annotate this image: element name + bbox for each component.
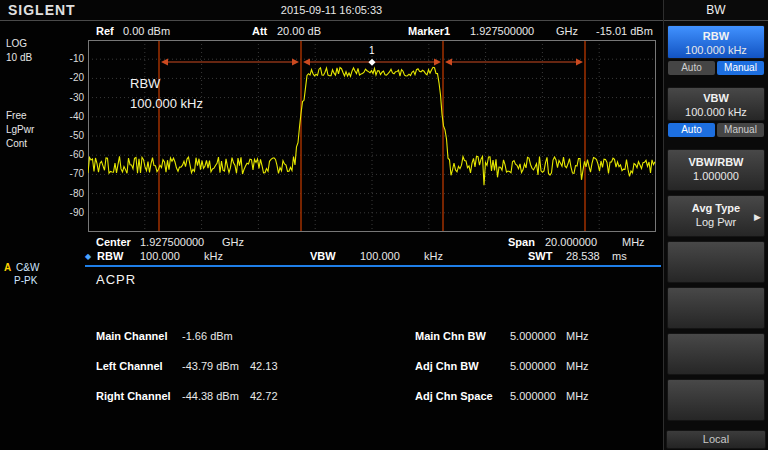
span-label: Span [508,236,535,248]
top-bar: SIGLENT 2015-09-11 16:05:33 [0,0,768,21]
trace-a-indicator: A [4,262,11,273]
softkey-label: RBW [668,26,764,42]
softkey-rbw[interactable]: RBW 100.000 kHz [667,25,765,59]
vbw-label: VBW [310,250,336,262]
marker-level: -15.01 dBm [596,25,653,37]
acpr-channel-label: Right Channel [96,390,171,402]
span-value: 20.000000 [545,236,597,248]
vbw-manual-option[interactable]: Manual [717,123,764,137]
vbw-auto-option[interactable]: Auto [668,123,715,137]
acpr-channel-ratio: 42.13 [250,360,278,372]
marker-frequency: 1.927500000 [470,25,534,37]
att-label: Att [252,25,267,37]
acpr-bw-value: 5.000000 [510,360,556,372]
svg-text:1: 1 [369,45,375,56]
acpr-bw-unit: MHz [566,390,589,402]
y-tick: -20 [56,72,84,83]
rbw-manual-option[interactable]: Manual [717,61,764,75]
softkey-blank-1[interactable] [667,241,765,283]
y-tick: -70 [56,168,84,179]
acpr-row-left: Left Channel -43.79 dBm 42.13 Adj Chn BW… [0,360,663,374]
rbw-label: RBW [97,250,123,262]
vbw-unit: kHz [424,250,443,262]
acpr-bw-value: 5.000000 [510,390,556,402]
acpr-channel-value: -44.38 dBm [182,390,239,402]
softkey-blank-3[interactable] [667,333,765,375]
marker-frequency-unit: GHz [556,25,578,37]
softkey-value: Log Pwr [668,214,764,228]
y-tick: -80 [56,188,84,199]
rbw-overlay-value: 100.000 kHz [130,96,203,111]
acpr-channel-ratio: 42.72 [250,390,278,402]
softkey-value: 1.000000 [668,168,764,182]
center-frequency-label: Center [96,236,131,248]
acpr-bw-unit: MHz [566,360,589,372]
softkey-label: VBW/RBW [668,150,764,168]
acpr-bw-unit: MHz [566,330,589,342]
local-button[interactable]: Local [666,430,766,449]
softkey-vbw-rbw-ratio[interactable]: VBW/RBW 1.000000 [667,149,765,191]
acpr-channel-value: -43.79 dBm [182,360,239,372]
center-frequency-value: 1.927500000 [140,236,204,248]
rbw-overlay-label: RBW [130,76,160,91]
softkey-blank-4[interactable] [667,379,765,421]
rbw-unit: kHz [204,250,223,262]
y-tick: -30 [56,92,84,103]
acpr-bw-label: Main Chn BW [415,330,486,342]
softkey-avg-type[interactable]: Avg Type Log Pwr ▶ [667,195,765,237]
spectrum-analyzer-screen: SIGLENT 2015-09-11 16:05:33 LOG 10 dB Fr… [0,0,768,450]
y-tick: -10 [56,53,84,64]
amplitude-scale-label: LOG [6,38,27,49]
y-tick: -90 [56,207,84,218]
scale-per-div-label: 10 dB [6,52,32,63]
acpr-channel-value: -1.66 dBm [182,330,233,342]
center-frequency-unit: GHz [222,236,244,248]
swt-value: 28.538 [566,250,600,262]
submenu-arrow-icon: ▶ [754,212,761,222]
rbw-auto-manual-toggle: Auto Manual [667,61,765,75]
acpr-bw-label: Adj Chn BW [415,360,479,372]
trigger-free-label: Free [6,110,27,121]
softkey-blank-2[interactable] [667,287,765,329]
rbw-value: 100.000 [140,250,180,262]
acpr-section-title: ACPR [96,272,136,287]
acpr-bw-label: Adj Chn Space [415,390,493,402]
softkey-value: 100.000 kHz [668,104,764,118]
y-tick: -40 [56,111,84,122]
cont-label: Cont [6,138,27,149]
att-value: 20.00 dB [277,25,321,37]
acpr-channel-label: Left Channel [96,360,163,372]
ref-label: Ref [96,25,114,37]
acpr-bw-value: 5.000000 [510,330,556,342]
section-divider [85,265,661,267]
lgpwr-label: LgPwr [6,124,34,135]
datetime-display: 2015-09-11 16:05:33 [0,4,663,16]
rbw-auto-option[interactable]: Auto [668,61,715,75]
y-tick: -50 [56,130,84,141]
swt-unit: ms [612,250,627,262]
span-unit: MHz [622,236,645,248]
rbw-diamond-icon: ◆ [85,252,91,261]
y-tick: -60 [56,149,84,160]
softkey-value: 100.000 kHz [668,42,764,56]
vbw-auto-manual-toggle: Auto Manual [667,123,765,137]
trace-detector-indicator: P-PK [14,275,37,286]
swt-label: SWT [528,250,552,262]
softkey-label: VBW [668,88,764,104]
acpr-channel-label: Main Channel [96,330,168,342]
acpr-row-right: Right Channel -44.38 dBm 42.72 Adj Chn S… [0,390,663,404]
softkey-menu: BW RBW 100.000 kHz Auto Manual VBW 100.0… [663,0,768,450]
softkey-vbw[interactable]: VBW 100.000 kHz [667,87,765,121]
softkey-label: Avg Type [668,196,764,214]
marker-label: Marker1 [408,25,450,37]
vbw-value: 100.000 [360,250,400,262]
spectrum-graph: 1 [88,40,656,232]
trace-mode-indicator: C&W [16,262,39,273]
menu-title: BW [664,0,768,21]
acpr-row-main: Main Channel -1.66 dBm Main Chn BW 5.000… [0,330,663,344]
ref-value: 0.00 dBm [123,25,170,37]
